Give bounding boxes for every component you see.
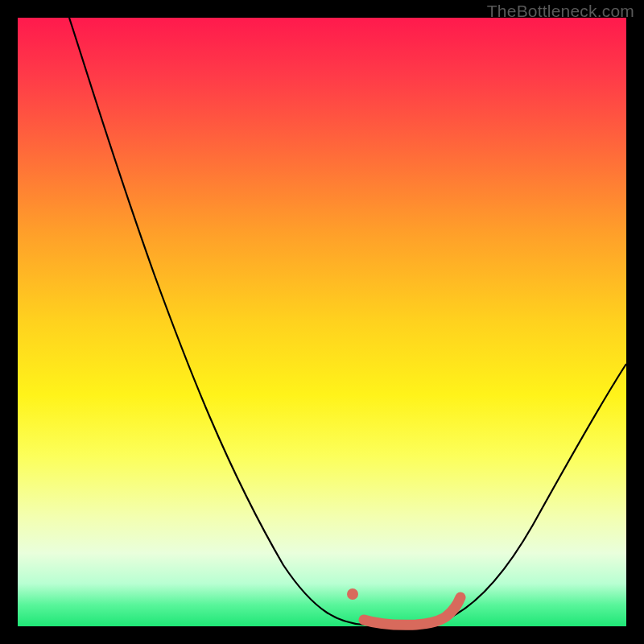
highlight-start-dot (347, 588, 358, 600)
highlight-segment (364, 597, 460, 625)
bottleneck-curve-left (69, 18, 364, 625)
bottleneck-curve-svg (18, 18, 626, 626)
bottleneck-curve-right (436, 364, 626, 623)
watermark-text: TheBottleneck.com (487, 2, 634, 21)
chart-plot-area (18, 18, 626, 626)
